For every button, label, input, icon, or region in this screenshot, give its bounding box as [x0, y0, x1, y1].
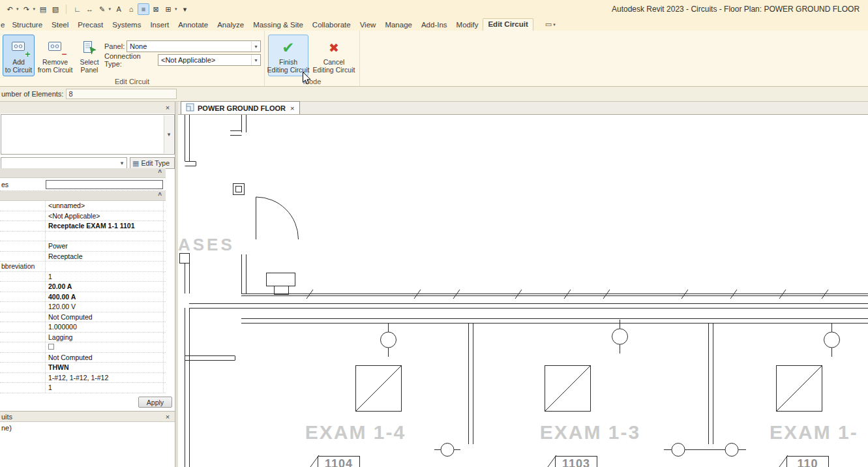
search-combobox[interactable]: ▾ — [1, 157, 127, 169]
property-row: 1-#12, 1-#12, 1-#12 — [0, 373, 166, 384]
chevron-down-icon[interactable]: ▾ — [117, 160, 127, 166]
property-value[interactable]: 1-#12, 1-#12, 1-#12 — [46, 373, 164, 383]
ribbon-tab-annotate[interactable]: Annotate — [173, 20, 213, 31]
ribbon-tab-insert[interactable]: Insert — [145, 20, 173, 31]
ribbon-tab-manage[interactable]: Manage — [380, 20, 417, 31]
property-value[interactable]: <Not Applicable> — [46, 211, 164, 221]
default-3d-view-icon[interactable]: ⌂ — [125, 3, 137, 15]
property-group-header[interactable]: ^ — [0, 168, 166, 178]
sheet-icon[interactable]: ▧ — [50, 3, 61, 15]
select-panel-button[interactable]: Select Panel — [76, 35, 102, 76]
ribbon-tab-modify[interactable]: Modify — [452, 20, 483, 31]
plus-icon: + — [25, 49, 30, 59]
property-value[interactable]: THWN — [46, 363, 164, 372]
property-value[interactable]: Receptacle EXAM 1-1 1101 — [46, 221, 164, 231]
connection-type-combobox-value: <Not Applicable> — [161, 56, 215, 64]
ribbon-tab-precast[interactable]: Precast — [73, 20, 108, 31]
chevron-down-icon[interactable]: ▾ — [251, 55, 260, 65]
property-group-header[interactable]: ^ — [0, 191, 166, 201]
measure-icon[interactable]: ∟ — [72, 3, 83, 15]
property-value[interactable]: 20.00 A — [46, 282, 164, 292]
undo-icon[interactable]: ↶ — [4, 3, 16, 15]
close-inactive-windows-icon[interactable]: ⊠ — [150, 3, 162, 15]
property-row: Receptacle EXAM 1-1 1101 — [0, 221, 166, 232]
modify-pencil-icon[interactable]: ✎ — [97, 3, 108, 15]
circuits-panel-body[interactable]: ne) — [0, 422, 175, 432]
thin-lines-icon[interactable]: ≡ — [138, 3, 149, 15]
ribbon-tab-e[interactable]: e — [0, 20, 7, 31]
collapse-chevron-icon[interactable]: ^ — [158, 192, 162, 199]
ribbon-tab-steel[interactable]: Steel — [47, 20, 73, 31]
edit-type-icon: ▦ — [132, 159, 139, 168]
ribbon-toggle-icon: ▭ — [545, 20, 552, 29]
chevron-down-icon[interactable]: ▾ — [251, 41, 260, 52]
finish-editing-circuit-button[interactable]: ✔ Finish Editing Circuit — [268, 35, 308, 76]
undo-dropdown-icon[interactable]: ▾ — [16, 7, 19, 12]
collapse-chevron-icon[interactable]: ^ — [158, 169, 162, 176]
property-value[interactable] — [46, 232, 164, 241]
property-value[interactable]: <unnamed> — [46, 201, 164, 211]
apply-button[interactable]: Apply — [138, 397, 172, 408]
property-value[interactable]: Not Computed — [46, 312, 164, 322]
quick-access-toolbar: ↶▾↷▾▤▧│∟↔✎▾A⌂≡⊠⊞▾▾ — [0, 3, 191, 15]
redo-dropdown-icon[interactable]: ▾ — [33, 7, 36, 12]
property-label — [0, 342, 46, 352]
property-label — [0, 322, 46, 332]
edit-circuit-ribbon-panel: + Add to Circuit − Remove from Circuit — [0, 31, 265, 86]
property-row: Lagging — [0, 333, 166, 343]
panel-field-label: Panel: — [104, 42, 127, 50]
property-value[interactable]: 120.00 V — [46, 302, 164, 312]
panel-combobox-value: None — [130, 42, 147, 50]
property-value[interactable]: Lagging — [46, 333, 164, 342]
connection-type-combobox[interactable]: <Not Applicable> ▾ — [158, 54, 261, 66]
chevron-down-icon[interactable]: ▾ — [164, 115, 173, 153]
number-of-elements-value[interactable]: 8 — [66, 89, 177, 99]
customize-toolbar-icon[interactable]: ▾ — [179, 3, 191, 15]
property-label — [0, 383, 46, 393]
property-value[interactable] — [46, 262, 164, 271]
ribbon-tab-collaborate[interactable]: Collaborate — [308, 20, 355, 31]
ribbon-tab-edit-circuit[interactable]: Edit Circuit — [483, 18, 533, 31]
ribbon-tab-add-ins[interactable]: Add-Ins — [417, 20, 452, 31]
room-label: EXAM 1-3 — [540, 421, 640, 443]
ribbon-tab-massing-site[interactable]: Massing & Site — [248, 20, 308, 31]
redo-icon[interactable]: ↷ — [21, 3, 33, 15]
ribbon-tab-structure[interactable]: Structure — [7, 20, 47, 31]
ribbon-tab-systems[interactable]: Systems — [108, 20, 145, 31]
close-icon[interactable]: × — [290, 104, 294, 112]
floor-plan-svg: ASES EXAM 1-4 EXAM 1-3 EXAM 1- 1104 1103… — [178, 115, 868, 467]
property-value[interactable]: Not Computed — [46, 353, 164, 363]
edit-type-button[interactable]: ▦ Edit Type — [130, 157, 175, 169]
options-bar: umber of Elements: 8 — [0, 87, 868, 102]
close-icon[interactable]: × — [163, 412, 172, 421]
close-icon[interactable]: × — [163, 103, 172, 112]
property-value[interactable]: Power — [46, 241, 164, 251]
drawing-canvas[interactable]: ASES EXAM 1-4 EXAM 1-3 EXAM 1- 1104 1103… — [178, 115, 868, 467]
property-value[interactable]: 1.000000 — [46, 322, 164, 332]
property-value[interactable] — [46, 342, 164, 352]
property-value[interactable]: 400.00 A — [46, 292, 164, 302]
edit-type-row: ▾ ▦ Edit Type — [1, 157, 175, 169]
ribbon-tab-analyze[interactable]: Analyze — [213, 20, 248, 31]
property-value[interactable]: 1 — [46, 272, 164, 282]
property-value[interactable]: 1 — [46, 383, 164, 393]
view-tab-power-ground-floor[interactable]: POWER GROUND FLOOR × — [181, 101, 300, 114]
text-icon[interactable]: A — [113, 3, 125, 15]
property-checkbox[interactable] — [48, 344, 54, 350]
print-icon[interactable]: ▤ — [37, 3, 49, 15]
property-label — [0, 333, 46, 342]
switch-windows-icon[interactable]: ⊞ — [162, 3, 174, 15]
circuits-tree-item[interactable]: ne) — [1, 424, 12, 432]
remove-from-circuit-button[interactable]: − Remove from Circuit — [37, 35, 73, 76]
name-input-field[interactable] — [46, 180, 163, 189]
type-selector[interactable]: ▾ — [1, 114, 175, 155]
panel-combobox[interactable]: None ▾ — [127, 40, 261, 52]
switch-windows-dropdown-icon[interactable]: ▾ — [175, 7, 177, 12]
cancel-editing-circuit-button[interactable]: ✖ Cancel Editing Circuit — [312, 35, 356, 76]
property-value[interactable]: Receptacle — [46, 252, 164, 262]
add-to-circuit-button[interactable]: + Add to Circuit — [3, 35, 35, 76]
aligned-dimension-icon[interactable]: ↔ — [84, 3, 96, 15]
ribbon-display-toggle[interactable]: ▭ ▾ — [543, 20, 558, 31]
ribbon-tab-view[interactable]: View — [355, 20, 381, 31]
modify-pencil-dropdown-icon[interactable]: ▾ — [109, 7, 112, 12]
